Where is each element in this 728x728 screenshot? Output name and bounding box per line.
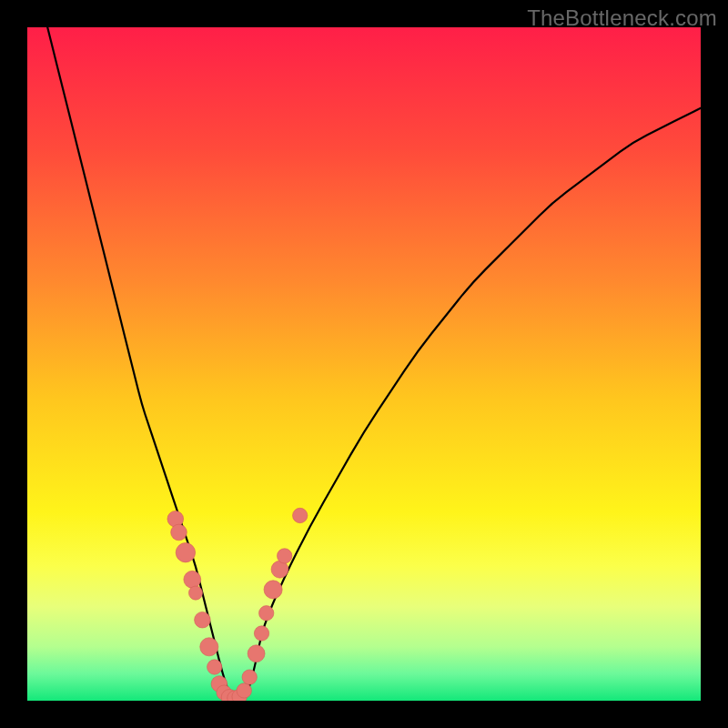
data-marker	[195, 612, 211, 628]
data-marker	[171, 524, 187, 541]
chart-frame: TheBottleneck.com	[0, 0, 728, 728]
data-marker	[237, 683, 251, 698]
curve-overlay	[27, 27, 701, 701]
data-marker	[184, 571, 201, 588]
plot-area	[27, 27, 701, 701]
data-marker	[188, 586, 202, 600]
data-marker	[254, 626, 268, 641]
data-marker	[264, 581, 282, 599]
data-marker	[248, 645, 265, 662]
data-marker	[207, 660, 222, 674]
data-marker	[200, 638, 218, 656]
data-markers	[167, 508, 308, 701]
data-marker	[259, 606, 274, 621]
data-marker	[176, 543, 195, 562]
data-marker	[278, 549, 292, 563]
data-marker	[242, 670, 257, 684]
watermark-text: TheBottleneck.com	[527, 5, 717, 31]
bottleneck-curve	[47, 27, 701, 701]
data-marker	[293, 508, 308, 522]
